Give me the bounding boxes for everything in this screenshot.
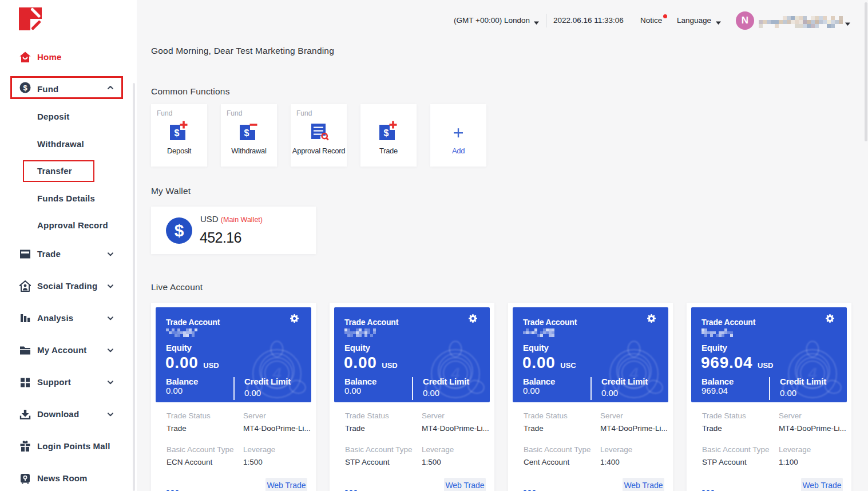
svg-text:$: $ <box>244 128 249 138</box>
svg-text:$: $ <box>384 128 389 138</box>
svg-text:$: $ <box>175 128 180 138</box>
svg-text:$: $ <box>23 84 27 92</box>
